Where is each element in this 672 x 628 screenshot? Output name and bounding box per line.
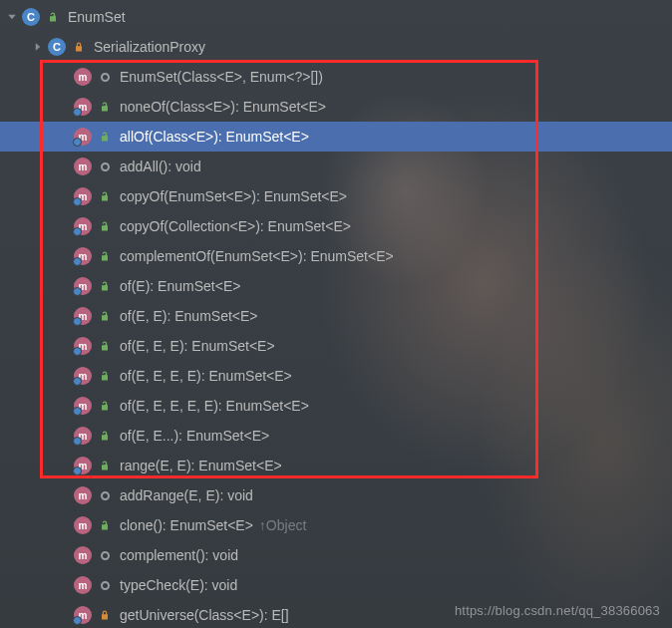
- public-icon: [98, 369, 112, 383]
- tree-node-member[interactable]: of(E, E, E): EnumSet<E>: [0, 331, 672, 361]
- tree-node-member[interactable]: copyOf(Collection<E>): EnumSet<E>: [0, 211, 672, 241]
- method-icon: [74, 247, 92, 265]
- member-label: addRange(E, E): void: [120, 487, 253, 503]
- member-label: addAll(): void: [120, 158, 201, 174]
- tree-node-member[interactable]: complement(): void: [0, 540, 672, 570]
- method-icon: [74, 157, 92, 175]
- member-label: complementOf(EnumSet<E>): EnumSet<E>: [120, 248, 394, 264]
- public-icon: [98, 249, 112, 263]
- member-label: EnumSet(Class<E>, Enum<?>[]): [120, 69, 323, 85]
- member-label: noneOf(Class<E>): EnumSet<E>: [120, 99, 326, 115]
- tree-node-member[interactable]: range(E, E): EnumSet<E>: [0, 451, 672, 480]
- class-icon: [22, 8, 40, 26]
- public-icon: [98, 309, 112, 323]
- method-icon: [74, 68, 92, 86]
- member-label: of(E, E...): EnumSet<E>: [120, 428, 269, 444]
- tree-node-member[interactable]: of(E): EnumSet<E>: [0, 271, 672, 301]
- public-icon: [98, 339, 112, 353]
- tree-node-member[interactable]: of(E, E): EnumSet<E>: [0, 301, 672, 331]
- public-icon: [98, 518, 112, 532]
- chevron-right-icon[interactable]: [30, 39, 46, 55]
- public-icon: [98, 189, 112, 203]
- public-icon: [98, 130, 112, 144]
- member-label: clone(): EnumSet<E>: [120, 517, 253, 533]
- method-icon: [74, 606, 92, 624]
- method-icon: [74, 128, 92, 146]
- member-label: of(E, E, E): EnumSet<E>: [120, 338, 275, 354]
- method-icon: [74, 427, 92, 445]
- inner-class-label: SerializationProxy: [94, 39, 205, 55]
- tree-node-member[interactable]: addRange(E, E): void: [0, 480, 672, 510]
- member-label: range(E, E): EnumSet<E>: [120, 458, 282, 473]
- public-icon: [98, 459, 112, 472]
- private-icon: [98, 608, 112, 622]
- member-label: complement(): void: [120, 547, 238, 563]
- method-icon: [74, 486, 92, 504]
- package-icon: [98, 488, 112, 502]
- member-label: of(E, E): EnumSet<E>: [120, 308, 258, 324]
- public-icon: [98, 399, 112, 413]
- tree-node-member[interactable]: of(E, E, E, E): EnumSet<E>: [0, 361, 672, 391]
- package-icon: [98, 159, 112, 173]
- method-icon: [74, 457, 92, 474]
- method-icon: [74, 337, 92, 355]
- method-icon: [74, 576, 92, 594]
- member-label: getUniverse(Class<E>): E[]: [120, 607, 289, 623]
- member-label: copyOf(Collection<E>): EnumSet<E>: [120, 218, 351, 234]
- tree-node-member[interactable]: typeCheck(E): void: [0, 570, 672, 600]
- method-icon: [74, 367, 92, 385]
- members-list: EnumSet(Class<E>, Enum<?>[])noneOf(Class…: [0, 62, 672, 628]
- tree-node-member[interactable]: EnumSet(Class<E>, Enum<?>[]): [0, 62, 672, 92]
- tree-node-member[interactable]: noneOf(Class<E>): EnumSet<E>: [0, 92, 672, 122]
- member-label: allOf(Class<E>): EnumSet<E>: [120, 129, 309, 145]
- member-label: copyOf(EnumSet<E>): EnumSet<E>: [120, 188, 347, 204]
- structure-tree: EnumSet SerializationProxy EnumSet(Class…: [0, 0, 672, 628]
- method-icon: [74, 217, 92, 235]
- tree-node-member[interactable]: addAll(): void: [0, 152, 672, 181]
- method-icon: [74, 307, 92, 325]
- tree-node-member[interactable]: clone(): EnumSet<E>↑Object: [0, 510, 672, 540]
- member-label: of(E): EnumSet<E>: [120, 278, 240, 294]
- package-icon: [98, 70, 112, 84]
- public-icon: [98, 219, 112, 233]
- tree-node-member[interactable]: complementOf(EnumSet<E>): EnumSet<E>: [0, 241, 672, 271]
- method-icon: [74, 277, 92, 295]
- member-label: of(E, E, E, E, E): EnumSet<E>: [120, 398, 309, 414]
- method-icon: [74, 516, 92, 534]
- private-icon: [72, 40, 86, 54]
- package-icon: [98, 578, 112, 592]
- tree-node-member[interactable]: copyOf(EnumSet<E>): EnumSet<E>: [0, 181, 672, 211]
- tree-node-inner-class[interactable]: SerializationProxy: [0, 32, 672, 62]
- method-icon: [74, 187, 92, 205]
- class-icon: [48, 38, 66, 56]
- chevron-down-icon[interactable]: [4, 9, 20, 25]
- public-icon: [98, 279, 112, 293]
- member-label: typeCheck(E): void: [120, 577, 237, 593]
- tree-node-member[interactable]: of(E, E...): EnumSet<E>: [0, 421, 672, 451]
- package-icon: [98, 548, 112, 562]
- method-icon: [74, 98, 92, 116]
- member-label: of(E, E, E, E): EnumSet<E>: [120, 368, 292, 384]
- watermark-text: https://blog.csdn.net/qq_38366063: [455, 603, 660, 618]
- method-icon: [74, 397, 92, 415]
- tree-node-class[interactable]: EnumSet: [0, 2, 672, 32]
- tree-node-member[interactable]: allOf(Class<E>): EnumSet<E>: [0, 122, 672, 152]
- public-icon: [98, 100, 112, 114]
- method-icon: [74, 546, 92, 564]
- override-hint: ↑Object: [259, 517, 306, 533]
- public-icon: [98, 429, 112, 443]
- tree-node-member[interactable]: of(E, E, E, E, E): EnumSet<E>: [0, 391, 672, 421]
- public-icon: [46, 10, 60, 24]
- class-label: EnumSet: [68, 9, 126, 25]
